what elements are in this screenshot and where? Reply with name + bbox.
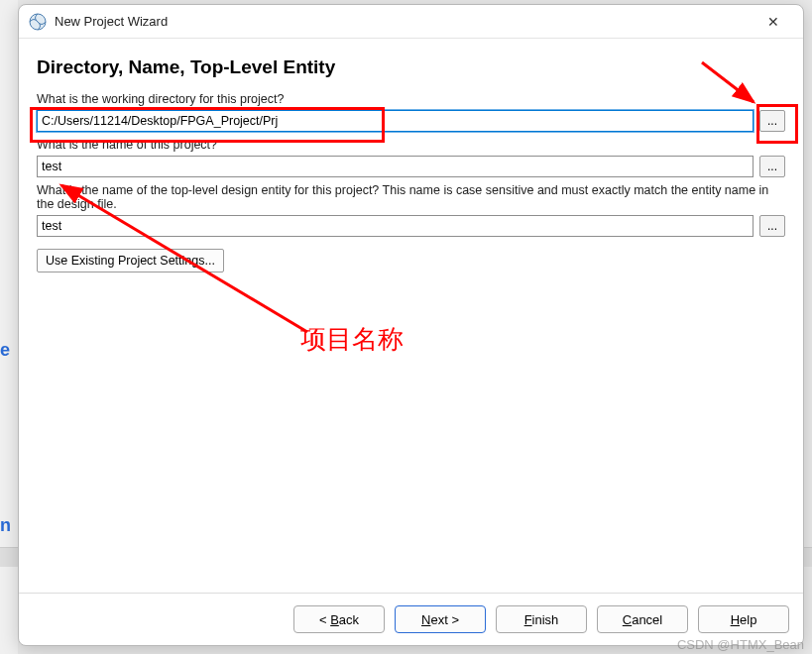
- use-existing-settings-label: Use Existing Project Settings...: [46, 254, 215, 268]
- bg-letter-n: n: [0, 515, 11, 536]
- bg-letter-e: e: [0, 340, 10, 361]
- ellipsis-icon: ...: [767, 114, 777, 128]
- label-entity: What is the name of the top-level design…: [37, 183, 785, 211]
- label-directory: What is the working directory for this p…: [37, 92, 785, 106]
- ellipsis-icon: ...: [767, 219, 777, 233]
- close-icon: ✕: [767, 14, 779, 30]
- finish-button[interactable]: Finish: [496, 605, 587, 633]
- browse-entity-button[interactable]: ...: [759, 215, 785, 237]
- row-project-name: ...: [37, 156, 785, 177]
- row-directory: ...: [37, 110, 785, 132]
- watermark: CSDN @HTMX_Bean: [677, 637, 804, 652]
- use-existing-settings-button[interactable]: Use Existing Project Settings...: [37, 249, 224, 272]
- titlebar: New Project Wizard ✕: [19, 5, 803, 39]
- browse-name-button[interactable]: ...: [759, 156, 785, 177]
- back-button[interactable]: < Back: [293, 605, 385, 633]
- next-button[interactable]: Next >: [395, 605, 486, 633]
- browse-directory-button[interactable]: ...: [759, 110, 785, 132]
- wizard-content: Directory, Name, Top-Level Entity What i…: [19, 39, 803, 593]
- row-entity: ...: [37, 215, 785, 237]
- ellipsis-icon: ...: [767, 160, 777, 173]
- help-button[interactable]: Help: [698, 605, 789, 633]
- app-icon: [29, 13, 47, 31]
- page-heading: Directory, Name, Top-Level Entity: [37, 56, 785, 78]
- project-name-input[interactable]: [37, 156, 754, 177]
- directory-input[interactable]: [37, 110, 754, 132]
- window-title: New Project Wizard: [55, 14, 754, 29]
- label-project-name: What is the name of this project?: [37, 138, 785, 152]
- entity-input[interactable]: [37, 215, 754, 237]
- annotation-label-project-name: 项目名称: [300, 322, 404, 357]
- wizard-dialog: New Project Wizard ✕ Directory, Name, To…: [18, 4, 804, 646]
- close-button[interactable]: ✕: [754, 8, 793, 36]
- cancel-button[interactable]: Cancel: [597, 605, 688, 633]
